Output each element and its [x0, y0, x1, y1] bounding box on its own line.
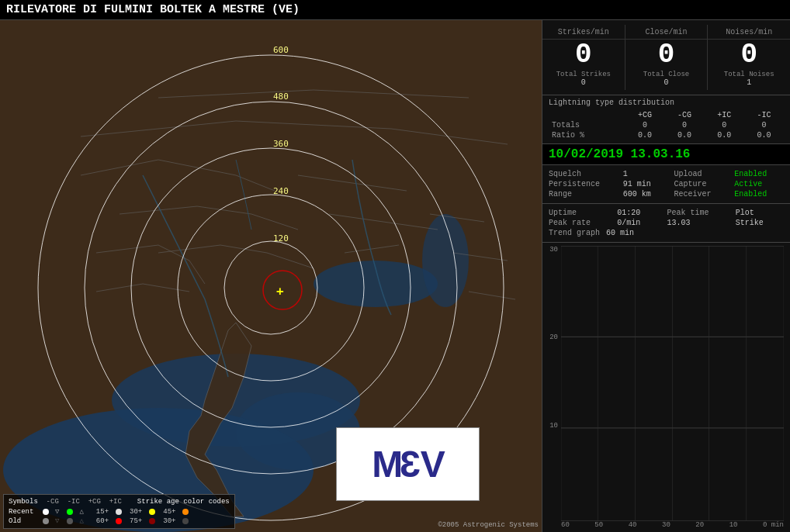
- col-pos-cg: +CG: [625, 110, 664, 120]
- main-layout: 600 480 360 240 120 + M3V Symbols -CG -I…: [0, 20, 790, 532]
- logo-box: M3V: [336, 427, 480, 501]
- noises-per-min-value: 0: [708, 41, 790, 69]
- dist-cell: 0: [744, 120, 784, 130]
- legend-60: 60+: [96, 517, 109, 525]
- logo-text: M3V: [372, 443, 444, 485]
- svg-text:240: 240: [273, 186, 289, 196]
- x-label-20: 20: [695, 521, 704, 529]
- copyright: ©2005 Astrogenic Systems: [438, 521, 539, 529]
- info-section: Squelch 1 Upload Enabled Persistence 91 …: [542, 165, 790, 204]
- datetime-display: 10/02/2019 13.03.16: [549, 147, 784, 161]
- chart-section: 30 20 10: [542, 243, 790, 532]
- noises-per-min-block: Noises/min 0 Total Noises 1: [708, 25, 790, 90]
- svg-text:+: +: [276, 284, 284, 299]
- dot-45: [182, 509, 189, 515]
- legend-75: 75+: [130, 517, 142, 525]
- dot-75: [149, 518, 155, 524]
- receiver-label: Receiver: [674, 190, 729, 199]
- dist-cell: 0.0: [705, 130, 744, 140]
- symbol-pos-cg-recent: [67, 509, 73, 515]
- dist-row: Totals0000: [549, 120, 784, 130]
- uptime-grid: Uptime 01:20 Peak time Plot Peak rate 0/…: [549, 209, 784, 227]
- close-per-min-value: 0: [625, 41, 708, 69]
- legend-recent: Recent: [9, 508, 38, 516]
- legend-symbols-label: Symbols -CG -IC +CG +IC: [9, 498, 122, 506]
- dist-cell: 0: [625, 120, 664, 130]
- x-label-30: 30: [662, 521, 670, 529]
- chart-svg: [561, 246, 784, 521]
- chart-y-axis: 30 20 10: [546, 246, 561, 529]
- dist-cell: 0: [705, 120, 744, 130]
- x-label-0: 0 min: [763, 521, 784, 529]
- x-label-50: 50: [594, 521, 603, 529]
- datetime-section: 10/02/2019 13.03.16: [542, 144, 790, 165]
- peak-time2-value: 13.03: [667, 219, 729, 227]
- lightning-dist-table: +CG -CG +IC -IC Totals0000Ratio %0.00.00…: [549, 110, 784, 140]
- lightning-section: Lightning type distribution +CG -CG +IC …: [542, 95, 790, 144]
- stats-section: Strikes/min 0 Total Strikes 0 Close/min …: [542, 20, 790, 95]
- range-value: 600 km: [623, 190, 668, 199]
- noises-per-min-label: Noises/min: [708, 28, 790, 40]
- upload-value: Enabled: [734, 170, 784, 178]
- svg-text:360: 360: [273, 139, 289, 149]
- squelch-label: Squelch: [549, 170, 617, 178]
- total-close-label: Total Close: [625, 71, 708, 78]
- upload-label: Upload: [674, 170, 729, 178]
- dist-row: Ratio %0.00.00.00.0: [549, 130, 784, 140]
- y-label-0: [546, 510, 558, 517]
- peak-type-value: Strike: [736, 219, 784, 227]
- legend-30b: 30+: [163, 517, 175, 525]
- range-label: Range: [549, 190, 617, 199]
- legend-age-label: Strike age color codes: [137, 498, 230, 506]
- sym1: ▽: [55, 507, 59, 516]
- chart-x-axis: 60 50 40 30 20 10 0 min: [561, 521, 784, 529]
- uptime-label: Uptime: [549, 209, 611, 217]
- capture-label: Capture: [674, 180, 729, 188]
- dist-row-label: Ratio %: [549, 130, 625, 140]
- trend-row: Trend graph 60 min: [549, 229, 784, 237]
- symbol-neg-cg-old: [43, 518, 49, 524]
- dot-30b: [182, 518, 189, 524]
- svg-text:120: 120: [273, 233, 289, 244]
- dist-cell: 0.0: [744, 130, 784, 140]
- dist-cell: 0.0: [665, 130, 705, 140]
- sym3: ▽: [55, 516, 59, 525]
- svg-point-5: [422, 214, 469, 307]
- dot-15: [116, 509, 122, 515]
- squelch-value: 1: [623, 170, 668, 178]
- receiver-value: Enabled: [734, 190, 784, 199]
- symbol-pos-cg-old: [67, 518, 73, 524]
- legend-old: Old: [9, 517, 38, 525]
- legend-15: 15+: [96, 508, 109, 516]
- legend: Symbols -CG -IC +CG +IC Strike age color…: [3, 494, 235, 529]
- legend-30: 30+: [130, 508, 142, 516]
- x-label-40: 40: [629, 521, 637, 529]
- close-per-min-block: Close/min 0 Total Close 0: [625, 25, 709, 90]
- trend-label: Trend graph: [549, 229, 600, 237]
- peak-rate-value: 0/min: [617, 219, 660, 227]
- peak-time-label: Peak time: [667, 209, 729, 217]
- svg-text:480: 480: [273, 92, 289, 102]
- col-neg-cg: -CG: [665, 110, 705, 120]
- title-bar: RILEVATORE DI FULMINI BOLTEK A MESTRE (V…: [0, 0, 790, 20]
- sym2: △: [79, 507, 83, 516]
- sym4: △: [79, 516, 83, 525]
- strikes-per-min-label: Strikes/min: [542, 28, 625, 40]
- total-strikes-label: Total Strikes: [542, 71, 625, 78]
- persistence-value: 91 min: [623, 180, 668, 188]
- svg-text:600: 600: [273, 45, 289, 55]
- total-strikes-value: 0: [542, 78, 625, 87]
- close-per-min-label: Close/min: [625, 28, 708, 40]
- lightning-dist-title: Lightning type distribution: [549, 98, 784, 107]
- persistence-label: Persistence: [549, 180, 617, 188]
- info-grid: Squelch 1 Upload Enabled Persistence 91 …: [549, 170, 784, 199]
- uptime-value: 01:20: [617, 209, 660, 217]
- total-close-value: 0: [625, 78, 708, 87]
- y-label-20: 20: [546, 333, 558, 341]
- dist-cell: 0.0: [625, 130, 664, 140]
- chart-container: [561, 246, 784, 521]
- strikes-per-min-block: Strikes/min 0 Total Strikes 0: [542, 25, 625, 90]
- dist-cell: 0: [665, 120, 705, 130]
- total-noises-label: Total Noises: [708, 71, 790, 78]
- y-label-10: 10: [546, 422, 558, 430]
